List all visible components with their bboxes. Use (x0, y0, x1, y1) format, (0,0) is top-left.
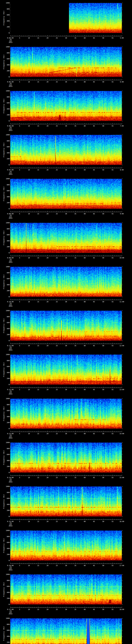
y-axis-title: Frequency (Hz) (3, 450, 5, 465)
y-axis-tick-label: 1000 (4, 266, 10, 268)
x-axis-minor-tick (79, 299, 79, 300)
y-axis-minor-tick (10, 635, 10, 635)
x-axis-minor-tick (12, 299, 12, 300)
x-axis-minute-label: 35 (74, 257, 76, 259)
x-axis-minor-tick (118, 211, 118, 212)
x-axis-minute-label: 15 (37, 520, 39, 522)
x-axis-minor-tick (16, 80, 16, 80)
y-axis-major-tick (122, 179, 123, 179)
x-axis-minor-tick (100, 607, 100, 608)
y-axis-major-tick (122, 135, 123, 135)
y-axis-minor-tick (10, 535, 10, 535)
y-axis-minor-tick (122, 541, 122, 541)
x-axis-minute-label: 35 (74, 301, 76, 303)
x-axis-major-tick (10, 607, 10, 608)
x-axis-minor-tick (96, 431, 96, 432)
x-axis-minute-label: 50 (102, 81, 104, 83)
y-axis-minor-tick (122, 374, 122, 374)
x-axis-minute-label: 30 (65, 169, 67, 171)
x-axis-minor-tick (79, 343, 79, 344)
x-axis-minor-tick (32, 607, 33, 608)
y-axis-minor-tick (10, 590, 10, 590)
x-axis-minor-tick (116, 343, 116, 344)
y-axis-minor-tick (10, 245, 10, 246)
x-axis-minute-label: 10 (28, 301, 30, 303)
y-axis-tick-label: 800 (4, 360, 10, 362)
x-axis-minor-tick (40, 563, 40, 564)
x-axis-minor-tick (23, 431, 24, 432)
x-axis-minute-label: 45 (93, 213, 95, 215)
y-axis-major-tick (122, 159, 123, 159)
x-axis-minor-tick (32, 519, 33, 520)
y-axis-major-tick (122, 492, 123, 493)
x-axis-minor-tick (36, 475, 36, 476)
spectrogram-panel: Frequency (Hz) 9:11:00 12:00 24 Jul 2015… (0, 308, 132, 352)
x-axis-minute-label: 40 (84, 81, 86, 83)
x-axis-minute-label: 35 (74, 213, 76, 215)
y-axis-major-tick (122, 448, 123, 449)
x-axis-minor-tick (92, 299, 92, 300)
x-axis-minute-label: 40 (84, 565, 86, 566)
y-axis-minor-tick (10, 500, 10, 500)
x-axis-minor-tick (118, 563, 118, 564)
x-axis-minor-tick (79, 256, 79, 256)
y-axis-minor-tick (122, 230, 122, 230)
x-axis-minor-tick (16, 519, 16, 520)
x-axis-minor-tick (83, 387, 83, 388)
x-axis-minor-tick (14, 475, 14, 476)
x-axis-minor-tick (32, 168, 33, 168)
x-axis-minute-label: 50 (102, 169, 104, 171)
x-axis-minor-tick (12, 431, 12, 432)
x-axis-minute-label: 40 (84, 433, 86, 434)
x-axis-major-tick (103, 167, 104, 168)
spectrogram-panel: Frequency (Hz) 9:08:00 9:00 24 Jul 2015 … (0, 176, 132, 220)
x-axis-major-tick (10, 431, 10, 432)
x-axis-minor-tick (18, 211, 18, 212)
x-axis-minute-label: 35 (74, 520, 76, 522)
y-axis-minor-tick (122, 465, 122, 465)
y-axis-minor-tick (10, 547, 10, 547)
x-axis-minute-label: 45 (93, 301, 95, 303)
x-axis-minor-tick (32, 211, 33, 212)
x-axis-line (10, 520, 122, 520)
x-axis-minute-label: 30 (65, 389, 67, 390)
y-axis-minor-tick (122, 250, 122, 250)
y-axis-minor-tick (10, 30, 10, 30)
x-axis-minor-tick (101, 519, 102, 520)
y-axis-minor-tick (10, 502, 10, 502)
y-axis-tick-label: 600 (4, 454, 10, 456)
y-axis-minor-tick (10, 446, 10, 446)
x-axis-minor-tick (118, 256, 118, 256)
x-axis-minor-tick (40, 256, 40, 256)
x-axis-minor-tick (100, 299, 100, 300)
x-axis-minute-label: 15 (37, 213, 39, 215)
date-year-label: 2015 (9, 217, 12, 219)
x-axis-minute-label: 15 (37, 37, 39, 39)
x-axis-minor-tick (53, 211, 53, 212)
x-axis-major-tick (20, 343, 20, 344)
y-axis-tick-label: 1000 (4, 46, 10, 48)
x-axis-major-tick (10, 387, 10, 388)
y-axis-minor-tick (10, 621, 10, 622)
x-axis-minor-tick (101, 607, 102, 608)
x-axis-minor-tick (92, 36, 92, 36)
y-axis-minor-tick (10, 553, 10, 553)
y-axis-minor-tick (10, 552, 10, 552)
x-axis-minor-tick (36, 36, 36, 36)
x-axis-minor-tick (44, 519, 44, 520)
x-axis-minor-tick (36, 299, 36, 300)
x-axis-minute-label: 5 (19, 169, 20, 171)
x-axis-major-tick (10, 343, 10, 344)
y-axis-tick-label: 200 (4, 290, 10, 292)
x-axis-minor-tick (40, 475, 40, 476)
x-axis-minor-tick (44, 124, 44, 124)
y-axis-minor-tick (10, 364, 10, 364)
y-axis-tick-label: 400 (4, 284, 10, 286)
y-axis-tick-label: 600 (4, 102, 10, 104)
y-axis-major-tick (122, 548, 123, 549)
x-axis-minor-tick (105, 124, 105, 124)
y-axis-minor-tick (10, 626, 10, 626)
x-axis-minor-tick (31, 607, 31, 608)
x-axis-minor-tick (53, 343, 53, 344)
y-axis-title: Frequency (Hz) (3, 406, 5, 421)
